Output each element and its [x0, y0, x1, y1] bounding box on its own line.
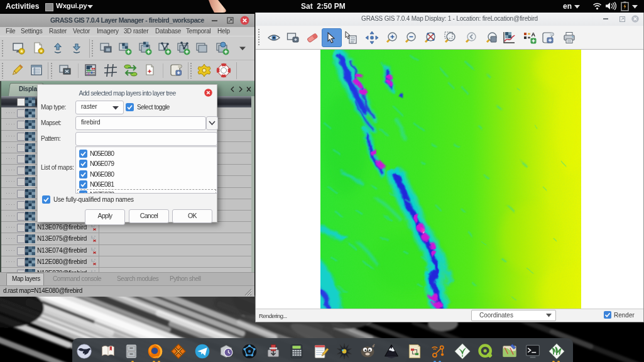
svg-text:A: A	[532, 31, 536, 38]
